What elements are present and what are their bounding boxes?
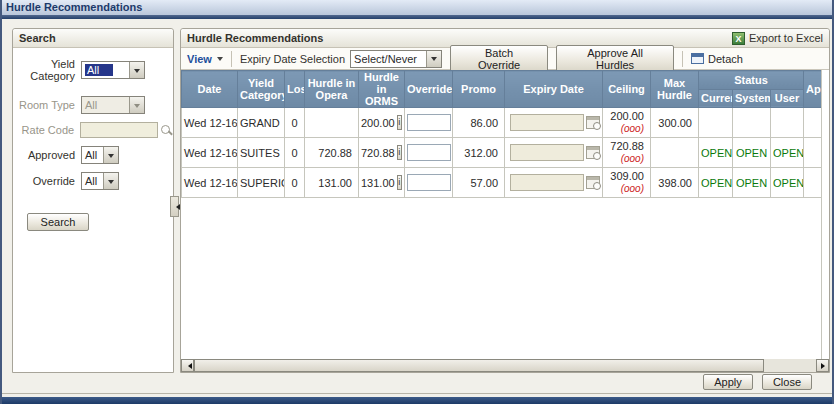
yield-category-value: All	[85, 64, 113, 76]
chevron-down-icon[interactable]	[103, 147, 118, 163]
cell-yield-category: SUITES	[238, 138, 285, 168]
toolbar-separator	[682, 51, 683, 67]
search-button[interactable]: Search	[27, 213, 89, 231]
room-type-select: All	[81, 96, 145, 114]
cell-yield-category: GRAND	[238, 108, 285, 138]
scroll-left-arrow[interactable]	[181, 359, 194, 372]
col-header-los[interactable]: Los	[285, 71, 305, 108]
col-header-expiry-date[interactable]: Expiry Date	[505, 71, 603, 108]
info-icon[interactable]: i	[397, 175, 402, 190]
override-input[interactable]	[407, 174, 451, 191]
col-header-max-hurdle[interactable]: Max Hurdle	[651, 71, 699, 108]
detach-button[interactable]: Detach	[708, 53, 743, 65]
cell-override	[405, 138, 453, 168]
date-picker-icon[interactable]	[586, 146, 600, 159]
ooo-note: (ooo)	[621, 183, 644, 194]
col-header-status-system[interactable]: System	[733, 89, 771, 108]
cell-status-user: OPEN	[771, 138, 804, 168]
col-header-status-user[interactable]: User	[771, 89, 804, 108]
expiry-date-selection-select[interactable]: Select/Never	[350, 50, 442, 68]
cell-status-system	[733, 108, 771, 138]
cell-max-hurdle	[651, 138, 699, 168]
scrollbar-track[interactable]	[764, 359, 816, 372]
cell-status-current	[699, 108, 733, 138]
approved-select[interactable]: All	[81, 146, 119, 164]
main-panel-title: Hurdle Recommendations	[187, 32, 323, 44]
cell-date: Wed 12-16-09	[182, 108, 238, 138]
cell-hurdle-in-orms: 200.00 i	[359, 108, 405, 138]
col-header-hurdle-in-opera[interactable]: Hurdle in Opera	[305, 71, 359, 108]
col-header-status-current[interactable]: Current	[699, 89, 733, 108]
ooo-note: (ooo)	[621, 153, 644, 164]
chevron-down-icon[interactable]	[426, 51, 441, 67]
horizontal-scrollbar[interactable]	[181, 359, 829, 372]
cell-expiry-date	[505, 138, 603, 168]
override-input[interactable]	[407, 114, 451, 131]
cell-los: 0	[285, 138, 305, 168]
cell-hurdle-in-orms: 131.00 i	[359, 168, 405, 198]
cell-expiry-date	[505, 168, 603, 198]
batch-override-button[interactable]: Batch Override	[450, 45, 548, 73]
cell-approved-truncated	[804, 108, 822, 138]
date-picker-icon[interactable]	[586, 116, 600, 129]
search-panel-title: Search	[13, 29, 173, 48]
table-row[interactable]: Wed 12-16-09 GRAND 0 200.00 i 86.00	[182, 108, 822, 138]
cell-date: Wed 12-16-09	[182, 168, 238, 198]
table-row[interactable]: Wed 12-16-09 SUITES 0 720.88 720.88 i 31…	[182, 138, 822, 168]
col-header-date[interactable]: Date	[182, 71, 238, 108]
override-select[interactable]: All	[81, 172, 119, 190]
cell-yield-category: SUPERIOR	[238, 168, 285, 198]
cell-promo: 86.00	[453, 108, 505, 138]
col-header-approved-truncated[interactable]: Ap	[804, 71, 822, 108]
hurdle-table: Date Yield Category Los Hurdle in Opera …	[181, 70, 821, 359]
chevron-down-icon[interactable]	[103, 173, 118, 189]
toolbar-separator	[231, 51, 232, 67]
export-to-excel-link[interactable]: X Export to Excel	[732, 32, 823, 45]
cell-status-user: OPEN	[771, 168, 804, 198]
view-menu-button[interactable]: View	[187, 53, 223, 65]
cell-override	[405, 168, 453, 198]
cell-expiry-date	[505, 108, 603, 138]
col-header-yield-category[interactable]: Yield Category	[238, 71, 285, 108]
scroll-right-arrow[interactable]	[816, 359, 829, 372]
cell-ceiling: 720.88 (ooo)	[603, 138, 651, 168]
cell-override	[405, 108, 453, 138]
yield-category-select[interactable]: All	[81, 61, 145, 79]
window-title: Hurdle Recommendations	[2, 0, 832, 15]
cell-status-user	[771, 108, 804, 138]
table-toolbar: View Expiry Date Selection Select/Never …	[181, 48, 829, 70]
cell-ceiling: 309.00 (ooo)	[603, 168, 651, 198]
date-picker-icon[interactable]	[586, 176, 600, 189]
close-button[interactable]: Close	[762, 374, 812, 390]
expiry-date-selection-label: Expiry Date Selection	[240, 53, 345, 65]
info-icon[interactable]: i	[397, 115, 402, 130]
excel-icon: X	[732, 32, 745, 45]
panel-splitter-collapse-handle[interactable]	[170, 196, 179, 217]
cell-status-current: OPEN	[699, 168, 733, 198]
expiry-date-selection-value: Select/Never	[351, 51, 426, 67]
vertical-scrollbar-track[interactable]	[821, 70, 829, 359]
cell-max-hurdle: 398.00	[651, 168, 699, 198]
cell-status-system: OPEN	[733, 168, 771, 198]
yield-category-label: Yield Category	[13, 58, 75, 82]
apply-button[interactable]: Apply	[703, 374, 753, 390]
table-row[interactable]: Wed 12-16-09 SUPERIOR 0 131.00 131.00 i …	[182, 168, 822, 198]
cell-los: 0	[285, 168, 305, 198]
chevron-down-icon[interactable]	[129, 62, 144, 78]
scrollbar-thumb[interactable]	[194, 359, 764, 372]
col-header-hurdle-in-orms[interactable]: Hurdle in ORMS	[359, 71, 405, 108]
chevron-down-icon	[129, 97, 144, 113]
cell-approved-truncated	[804, 168, 822, 198]
col-header-promo[interactable]: Promo	[453, 71, 505, 108]
cell-date: Wed 12-16-09	[182, 138, 238, 168]
expiry-date-input	[510, 144, 584, 161]
magnifier-icon[interactable]	[160, 124, 173, 137]
expiry-date-input	[510, 114, 584, 131]
override-input[interactable]	[407, 144, 451, 161]
col-header-ceiling[interactable]: Ceiling	[603, 71, 651, 108]
info-icon[interactable]: i	[397, 145, 402, 160]
approve-all-hurdles-button[interactable]: Approve All Hurdles	[556, 45, 674, 73]
search-panel: Search Yield Category All Room Type All …	[12, 28, 174, 373]
cell-ceiling: 200.00 (ooo)	[603, 108, 651, 138]
col-header-override[interactable]: Override	[405, 71, 453, 108]
